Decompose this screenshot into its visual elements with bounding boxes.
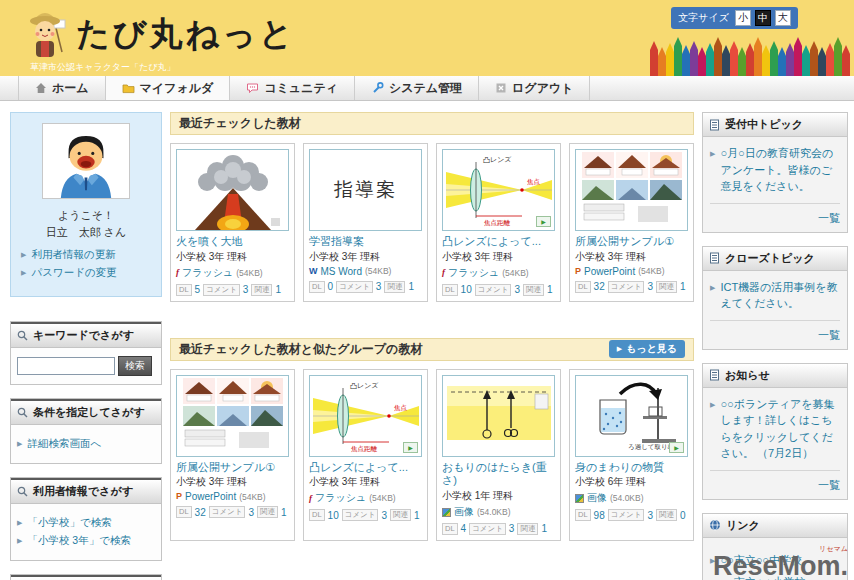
file-size: (54KB) (365, 266, 391, 276)
material-thumbnail[interactable]: 凸レンズ 焦点 焦点距離 (442, 149, 555, 231)
file-size: (54.0KB) (610, 493, 644, 503)
notice-icon (709, 369, 720, 381)
material-grade: 小学校 1年 理科 (442, 489, 555, 503)
open-topic-link[interactable]: ○月○日の教育研究会のアンケート。皆様のご意見をください。 (710, 145, 840, 195)
material-title-link[interactable]: 身のまわりの物質 (575, 461, 688, 475)
comment-count: 3 (376, 281, 382, 292)
related-label: 関連 (251, 284, 272, 296)
open-topics-list-link[interactable]: 一覧 (818, 212, 840, 224)
comment-label: コメント (336, 281, 373, 293)
flash-icon: f (309, 494, 312, 503)
comment-label: コメント (475, 284, 512, 296)
filetype-link[interactable]: フラッシュ (448, 266, 499, 280)
font-size-medium-button[interactable]: 中 (755, 10, 771, 26)
image-icon (575, 494, 584, 503)
font-size-small-button[interactable]: 小 (735, 10, 751, 26)
site-subtitle: 草津市公認キャラクター「たび丸」 (30, 61, 175, 74)
search-elementary3-link[interactable]: 「小学校 3年」で検索 (17, 534, 155, 548)
material-title-link[interactable]: 火を噴く大地 (176, 235, 289, 249)
filetype-link[interactable]: PowerPoint (185, 491, 236, 502)
material-title-link[interactable]: 凸レンズによって... (309, 461, 422, 475)
nav-item-community[interactable]: コミュニティ (230, 76, 355, 100)
material-grade: 小学校 3年 理科 (176, 250, 289, 264)
userinfo-search-box: 利用者情報でさがす 「小学校」で検索 「小学校 3年」で検索 (10, 477, 162, 561)
closed-topic-link[interactable]: ICT機器の活用事例を教えてください。 (710, 279, 840, 312)
material-stats: DL 5 コメント 3 関連 1 (176, 284, 289, 296)
svg-text:凸レンズ: 凸レンズ (350, 382, 379, 389)
notice-list-link[interactable]: 一覧 (818, 479, 840, 491)
filetype-link[interactable]: 画像 (587, 491, 607, 505)
update-userinfo-link[interactable]: 利用者情報の更新 (21, 248, 153, 262)
condition-search-box: 条件を指定してさがす 詳細検索画面へ (10, 398, 162, 464)
material-filetype: f フラッシュ (54KB) (176, 266, 289, 280)
related-label: 関連 (656, 509, 677, 521)
file-size: (54KB) (239, 492, 265, 502)
comment-count: 3 (514, 284, 520, 295)
open-topics-title: 受付中トピック (725, 117, 803, 132)
search-elementary-link[interactable]: 「小学校」で検索 (17, 516, 155, 530)
nav-item-logout[interactable]: ログアウト (479, 76, 590, 100)
notice-footer: 一覧 (710, 470, 840, 493)
related-label: 関連 (390, 509, 411, 521)
dl-count: 10 (328, 510, 339, 521)
material-filetype: f フラッシュ (54KB) (442, 266, 555, 280)
material-thumbnail[interactable]: 指導案 (309, 149, 422, 231)
material-stats: DL 32 コメント 3 関連 1 (575, 281, 688, 293)
arrow-bullet-icon (710, 279, 718, 312)
dl-count: 32 (195, 507, 206, 518)
favorite-search-header: お気に入り検索でさがす (11, 575, 161, 580)
material-card: 指導案 学習指導案 小学校 3年 理科 W MS Word (54KB) DL … (303, 143, 428, 302)
play-icon (536, 216, 551, 227)
font-size-label: 文字サイズ (678, 11, 729, 25)
material-thumbnail[interactable] (442, 375, 555, 457)
userinfo-search-title: 利用者情報でさがす (33, 484, 133, 499)
links-header: リンク (703, 514, 847, 538)
pencils-illustration (650, 34, 850, 76)
material-grade: 小学校 3年 理科 (309, 250, 422, 264)
svg-text:焦点: 焦点 (527, 178, 541, 186)
material-thumbnail[interactable]: 凸レンズ 焦点 焦点距離 (309, 375, 422, 457)
material-title-link[interactable]: おもりのはたらき(重さ) (442, 461, 555, 489)
material-title-link[interactable]: 学習指導案 (309, 235, 422, 249)
font-size-large-button[interactable]: 大 (775, 10, 791, 26)
arrow-bullet-icon (710, 145, 718, 195)
material-thumbnail[interactable]: ろ過して取り出す (575, 375, 688, 457)
material-filetype: 画像 (54.0KB) (442, 505, 555, 519)
change-password-link[interactable]: パスワードの変更 (21, 266, 153, 280)
nav-item-system-admin[interactable]: システム管理 (355, 76, 479, 100)
keyword-search-input[interactable] (17, 357, 115, 375)
filetype-link[interactable]: PowerPoint (584, 266, 635, 277)
closed-topics-list-link[interactable]: 一覧 (818, 329, 840, 341)
material-title-link[interactable]: 所属公開サンプル① (176, 461, 289, 475)
advanced-search-link[interactable]: 詳細検索画面へ (17, 437, 155, 451)
dl-label: DL (442, 523, 458, 535)
filetype-link[interactable]: フラッシュ (182, 266, 233, 280)
material-grade: 小学校 3年 理科 (176, 475, 289, 489)
search-button[interactable]: 検索 (118, 356, 152, 376)
material-thumbnail[interactable] (176, 375, 289, 457)
plan-thumbnail-text: 指導案 (334, 177, 397, 203)
nav-item-home[interactable]: ホーム (18, 76, 106, 100)
folder-icon (122, 82, 135, 94)
material-card: 火を噴く大地 小学校 3年 理科 f フラッシュ (54KB) DL 5 コメン… (170, 143, 295, 302)
closed-topics-box: クローズトピック ICT機器の活用事例を教えてください。 一覧 (702, 246, 848, 350)
material-thumbnail[interactable] (176, 149, 289, 231)
material-stats: DL 32 コメント 3 関連 1 (176, 506, 289, 518)
globe-icon (709, 519, 721, 531)
powerpoint-icon: P (575, 267, 581, 276)
notice-link[interactable]: ○○ボランティアを募集します！詳しくはこちらをクリックしてください。 （7月2日… (710, 396, 840, 462)
play-icon (403, 442, 418, 453)
nav-item-myfolder[interactable]: マイフォルダ (106, 76, 231, 100)
material-thumbnail[interactable] (575, 149, 688, 231)
welcome-greeting: ようこそ！ (19, 207, 153, 224)
related-count: 1 (547, 284, 553, 295)
material-title-link[interactable]: 所属公開サンプル① (575, 235, 688, 249)
section-header-similar: 最近チェックした教材と似たグループの教材 もっと見る (170, 338, 694, 361)
nav-label: マイフォルダ (140, 80, 214, 97)
see-more-button[interactable]: もっと見る (609, 340, 685, 358)
material-title-link[interactable]: 凸レンズによって... (442, 235, 555, 249)
filetype-link[interactable]: フラッシュ (315, 491, 366, 505)
filetype-link[interactable]: MS Word (321, 266, 363, 277)
nav-label: コミュニティ (264, 80, 338, 97)
filetype-link[interactable]: 画像 (454, 505, 474, 519)
